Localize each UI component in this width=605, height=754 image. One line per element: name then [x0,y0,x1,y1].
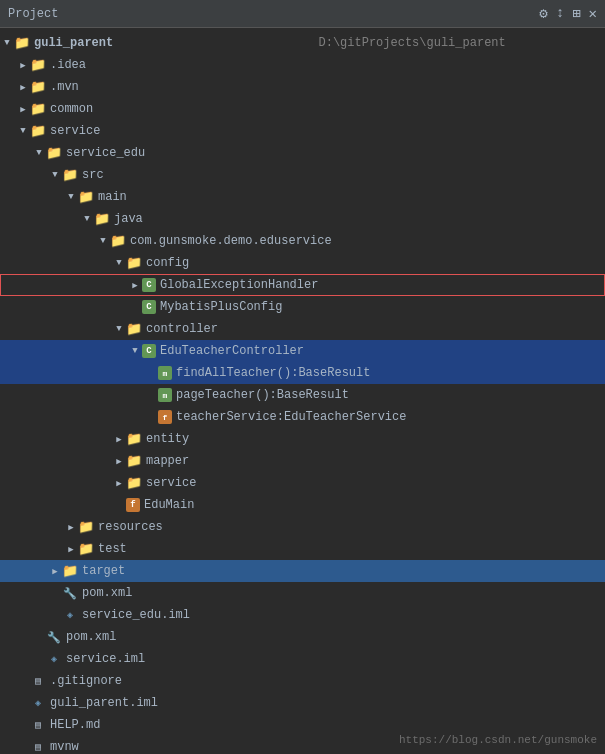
folder-icon: 📁 [62,563,78,579]
top-bar: Project ⚙ ↕ ⊞ ✕ [0,0,605,28]
tree-arrow[interactable] [64,522,78,533]
tree-item-GlobalExceptionHandler[interactable]: CGlobalExceptionHandler [0,274,605,296]
tree-item-service_edu_iml[interactable]: ◈service_edu.iml [0,604,605,626]
tree-item-java[interactable]: 📁java [0,208,605,230]
tree-item-EduTeacherController[interactable]: CEduTeacherController [0,340,605,362]
item-label: common [50,102,597,116]
tree-item-src[interactable]: 📁src [0,164,605,186]
iml-icon: ◈ [46,651,62,667]
tree-item-teacherService[interactable]: fteacherService:EduTeacherService [0,406,605,428]
item-label: target [82,564,597,578]
tree-item-entity[interactable]: 📁entity [0,428,605,450]
field-icon: f [158,410,172,424]
iml-icon: ◈ [62,607,78,623]
tree-item-service_pkg[interactable]: 📁service [0,472,605,494]
tree-item-service_iml[interactable]: ◈service.iml [0,648,605,670]
tree-item-MybatisPlusConfig[interactable]: CMybatisPlusConfig [0,296,605,318]
item-label: main [98,190,597,204]
item-label: config [146,256,597,270]
tree-arrow[interactable] [64,544,78,555]
item-label: .gitignore [50,674,597,688]
scroll-icon[interactable]: ↕ [556,5,564,22]
tree-arrow[interactable] [32,148,46,158]
file-tree: 📁guli_parent D:\gitProjects\guli_parent📁… [0,28,605,754]
tree-arrow[interactable] [16,82,30,93]
tree-arrow[interactable] [48,566,62,577]
item-label: EduTeacherController [160,344,597,358]
item-label: service_edu.iml [82,608,597,622]
item-label: resources [98,520,597,534]
tree-item-mvn[interactable]: 📁.mvn [0,76,605,98]
item-label: pageTeacher():BaseResult [176,388,597,402]
settings-icon[interactable]: ⚙ [539,5,547,22]
folder-icon: 📁 [14,35,30,51]
tree-item-service[interactable]: 📁service [0,120,605,142]
item-label: teacherService:EduTeacherService [176,410,597,424]
method-public-icon: m [158,366,172,380]
item-label: com.gunsmoke.demo.eduservice [130,234,597,248]
item-label: pom.xml [66,630,597,644]
tree-arrow[interactable] [16,104,30,115]
folder-icon: 📁 [62,167,78,183]
main-class-icon: f [126,498,140,512]
item-label: service.iml [66,652,597,666]
tree-arrow[interactable] [0,38,14,48]
tree-arrow[interactable] [112,434,126,445]
item-label: .mvn [50,80,597,94]
item-label: controller [146,322,597,336]
java-class-icon: C [142,300,156,314]
item-label: mapper [146,454,597,468]
close-icon[interactable]: ✕ [589,5,597,22]
tree-arrow[interactable] [128,280,142,291]
tree-item-service_edu[interactable]: 📁service_edu [0,142,605,164]
tree-arrow[interactable] [112,478,126,489]
folder-icon: 📁 [126,255,142,271]
tree-item-gitignore[interactable]: ▤.gitignore [0,670,605,692]
tree-item-pom_xml_service[interactable]: 🔧pom.xml [0,626,605,648]
item-label: service [146,476,597,490]
tree-arrow[interactable] [80,214,94,224]
tree-item-HELP_md[interactable]: ▤HELP.md [0,714,605,736]
tree-item-controller[interactable]: 📁controller [0,318,605,340]
tree-item-test[interactable]: 📁test [0,538,605,560]
item-label: EduMain [144,498,597,512]
tree-arrow[interactable] [112,324,126,334]
tree-item-resources[interactable]: 📁resources [0,516,605,538]
item-label: java [114,212,597,226]
tree-item-findAllTeacher[interactable]: mfindAllTeacher():BaseResult [0,362,605,384]
tree-arrow[interactable] [16,126,30,136]
tree-item-common[interactable]: 📁common [0,98,605,120]
tree-item-pageTeacher[interactable]: mpageTeacher():BaseResult [0,384,605,406]
tree-arrow[interactable] [16,60,30,71]
item-label: entity [146,432,597,446]
tree-item-main[interactable]: 📁main [0,186,605,208]
folder-icon: 📁 [46,145,62,161]
tree-item-mapper[interactable]: 📁mapper [0,450,605,472]
tree-item-idea[interactable]: 📁.idea [0,54,605,76]
folder-icon: 📁 [30,123,46,139]
tree-arrow[interactable] [112,456,126,467]
tree-item-com_pkg[interactable]: 📁com.gunsmoke.demo.eduservice [0,230,605,252]
tree-arrow[interactable] [96,236,110,246]
tree-item-guli_parent[interactable]: 📁guli_parent D:\gitProjects\guli_parent [0,32,605,54]
tree-item-EduMain[interactable]: fEduMain [0,494,605,516]
layout-icon[interactable]: ⊞ [572,5,580,22]
project-title: Project [8,7,539,21]
item-label: findAllTeacher():BaseResult [176,366,597,380]
watermark: https://blog.csdn.net/gunsmoke [399,734,597,746]
tree-arrow[interactable] [112,258,126,268]
tree-arrow[interactable] [64,192,78,202]
tree-item-target[interactable]: 📁target [0,560,605,582]
folder-icon: 📁 [30,57,46,73]
folder-icon: 📁 [126,453,142,469]
tree-arrow[interactable] [48,170,62,180]
java-class-icon: C [142,344,156,358]
folder-icon: 📁 [126,321,142,337]
tree-item-pom_xml_inner[interactable]: 🔧pom.xml [0,582,605,604]
tree-arrow[interactable] [128,346,142,356]
item-path-label: D:\gitProjects\guli_parent [319,36,598,50]
item-label: GlobalExceptionHandler [160,278,597,292]
tree-item-config[interactable]: 📁config [0,252,605,274]
tree-item-guli_parent_iml[interactable]: ◈guli_parent.iml [0,692,605,714]
folder-icon: 📁 [30,79,46,95]
